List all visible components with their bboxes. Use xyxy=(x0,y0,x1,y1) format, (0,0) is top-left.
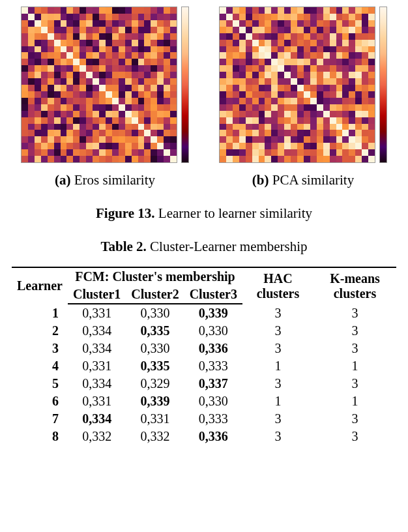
cell-value: 0,334 xyxy=(68,410,126,428)
subcaption-a: (a) Eros similarity xyxy=(55,172,155,188)
table-row: 30,3340,3300,33633 xyxy=(12,340,396,357)
subcaption-b-text: PCA similarity xyxy=(272,172,354,188)
cell-value: 0,337 xyxy=(184,375,242,392)
heatmap-a xyxy=(21,7,177,163)
cell-value: 0,335 xyxy=(126,322,184,340)
subcaption-b: (b) PCA similarity xyxy=(252,172,354,188)
cell-value: 0,332 xyxy=(126,428,184,445)
table-caption: Table 2. Cluster-Learner membership xyxy=(12,239,396,255)
cell-value: 3 xyxy=(313,375,396,392)
cell-learner: 5 xyxy=(12,375,68,392)
table-caption-text: Cluster-Learner membership xyxy=(147,239,308,254)
th-learner: Learner xyxy=(12,267,68,304)
cell-value: 1 xyxy=(313,357,396,375)
table-row: 20,3340,3350,33033 xyxy=(12,322,396,340)
cell-value: 0,333 xyxy=(184,357,242,375)
cell-learner: 4 xyxy=(12,357,68,375)
cell-value: 0,330 xyxy=(184,322,242,340)
th-fcm: FCM: Cluster's membership xyxy=(68,267,242,286)
cell-value: 1 xyxy=(242,357,313,375)
cell-value: 0,333 xyxy=(184,410,242,428)
cell-learner: 7 xyxy=(12,410,68,428)
figure-a: (a) Eros similarity xyxy=(12,7,198,188)
cell-value: 3 xyxy=(242,340,313,357)
cell-value: 3 xyxy=(242,428,313,445)
cell-value: 0,331 xyxy=(68,304,126,322)
figure-b: (b) PCA similarity xyxy=(210,7,396,188)
th-km: K-means clusters xyxy=(313,267,396,304)
cell-value: 0,334 xyxy=(68,322,126,340)
cell-learner: 8 xyxy=(12,428,68,445)
th-c1: Cluster1 xyxy=(68,286,126,304)
cell-value: 0,334 xyxy=(68,375,126,392)
cell-value: 0,339 xyxy=(184,304,242,322)
figure-caption-text: Learner to learner similarity xyxy=(155,205,312,221)
cell-value: 3 xyxy=(313,410,396,428)
cell-value: 0,336 xyxy=(184,428,242,445)
figure-caption: Figure 13. Learner to learner similarity xyxy=(12,205,396,222)
table-body: 10,3310,3300,3393320,3340,3350,3303330,3… xyxy=(12,304,396,445)
table-row: 80,3320,3320,33633 xyxy=(12,428,396,445)
table-row: 70,3340,3310,33333 xyxy=(12,410,396,428)
cell-value: 1 xyxy=(242,392,313,410)
page: (a) Eros similarity (b) PCA similarity F… xyxy=(0,0,408,458)
th-c2: Cluster2 xyxy=(126,286,184,304)
cell-learner: 2 xyxy=(12,322,68,340)
th-hac: HAC clusters xyxy=(242,267,313,304)
cluster-table: Learner FCM: Cluster's membership HAC cl… xyxy=(12,267,396,445)
cell-learner: 6 xyxy=(12,392,68,410)
cell-value: 0,331 xyxy=(68,392,126,410)
cell-value: 0,330 xyxy=(184,392,242,410)
th-c3: Cluster3 xyxy=(184,286,242,304)
cell-value: 0,331 xyxy=(68,357,126,375)
cell-value: 3 xyxy=(242,322,313,340)
colorbar-b xyxy=(379,7,387,163)
heatmap-a-wrap xyxy=(21,7,189,163)
cell-value: 0,329 xyxy=(126,375,184,392)
table-row: 50,3340,3290,33733 xyxy=(12,375,396,392)
cell-learner: 1 xyxy=(12,304,68,322)
cell-value: 3 xyxy=(313,428,396,445)
heatmap-b-wrap xyxy=(219,7,387,163)
cell-value: 0,330 xyxy=(126,340,184,357)
cell-value: 3 xyxy=(313,340,396,357)
table-row: 40,3310,3350,33311 xyxy=(12,357,396,375)
cell-value: 0,334 xyxy=(68,340,126,357)
subcaption-a-text: Eros similarity xyxy=(74,172,155,188)
cell-value: 0,335 xyxy=(126,357,184,375)
cell-value: 1 xyxy=(313,392,396,410)
heatmap-b xyxy=(219,7,375,163)
subcaption-b-label: (b) xyxy=(252,172,269,188)
subcaption-a-label: (a) xyxy=(55,172,71,188)
cell-value: 0,330 xyxy=(126,304,184,322)
cell-value: 3 xyxy=(313,304,396,322)
cell-value: 3 xyxy=(313,322,396,340)
table-row: 60,3310,3390,33011 xyxy=(12,392,396,410)
cell-value: 3 xyxy=(242,304,313,322)
cell-value: 0,336 xyxy=(184,340,242,357)
figure-caption-label: Figure 13. xyxy=(96,205,155,221)
cell-value: 3 xyxy=(242,375,313,392)
cell-value: 0,339 xyxy=(126,392,184,410)
cell-learner: 3 xyxy=(12,340,68,357)
cell-value: 3 xyxy=(242,410,313,428)
table-caption-label: Table 2. xyxy=(100,239,146,254)
cell-value: 0,332 xyxy=(68,428,126,445)
figure-row: (a) Eros similarity (b) PCA similarity xyxy=(12,7,396,188)
table-row: 10,3310,3300,33933 xyxy=(12,304,396,322)
colorbar-a xyxy=(181,7,189,163)
cell-value: 0,331 xyxy=(126,410,184,428)
